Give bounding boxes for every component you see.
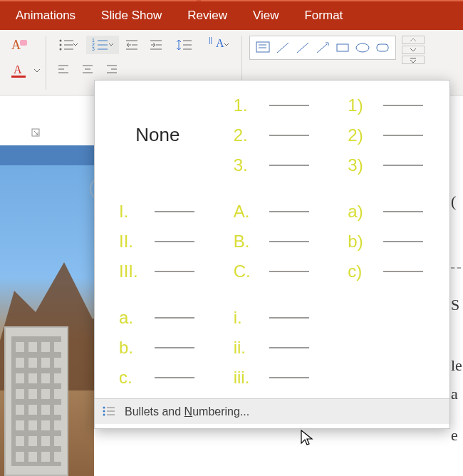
- line-icon[interactable]: [294, 39, 311, 56]
- rectangle-icon[interactable]: [334, 39, 351, 56]
- svg-point-3: [60, 40, 62, 42]
- svg-point-7: [60, 48, 62, 51]
- shapes-scroll-down[interactable]: [402, 46, 425, 54]
- svg-point-50: [103, 413, 105, 415]
- decrease-indent-button[interactable]: [120, 36, 143, 54]
- svg-line-40: [317, 44, 327, 53]
- shapes-more[interactable]: [402, 56, 425, 64]
- numbering-option-empty: [329, 298, 444, 398]
- numbering-dropdown[interactable]: 1 2 3: [86, 36, 119, 54]
- text-direction-button[interactable]: ||A: [203, 36, 236, 54]
- mouse-cursor-icon: [299, 429, 315, 447]
- svg-point-42: [356, 43, 369, 52]
- clear-formatting-button[interactable]: A: [7, 36, 30, 54]
- font-dialog-launcher[interactable]: [31, 128, 43, 140]
- rounded-rect-icon[interactable]: [374, 39, 391, 56]
- svg-text:A: A: [14, 63, 22, 75]
- bullets-and-numbering-button[interactable]: Bullets and Numbering...: [95, 398, 449, 424]
- svg-line-39: [297, 43, 308, 53]
- line-spacing-button[interactable]: [169, 36, 202, 54]
- slide-thumbnail[interactable]: [0, 145, 94, 476]
- tab-slide-show[interactable]: Slide Show: [88, 9, 175, 23]
- bullets-dropdown[interactable]: [52, 36, 85, 54]
- numbering-option-none[interactable]: None: [100, 85, 215, 185]
- svg-text:A: A: [216, 37, 224, 49]
- numbering-option-upper-alpha[interactable]: A. B. C.: [215, 191, 330, 291]
- numbering-option-upper-roman[interactable]: I. II. III.: [100, 191, 215, 291]
- numbering-option-lower-roman[interactable]: i. ii. iii.: [215, 298, 330, 398]
- svg-rect-43: [377, 44, 388, 51]
- align-left-button[interactable]: [52, 60, 75, 78]
- none-label: None: [135, 124, 180, 146]
- shapes-scroll-up[interactable]: [402, 36, 425, 44]
- background-document-text: ( S le a e: [451, 192, 462, 455]
- tab-format[interactable]: Format: [291, 9, 355, 23]
- bullets-numbering-icon: [102, 405, 116, 419]
- align-center-button[interactable]: [76, 60, 99, 78]
- numbering-option-lower-alpha-period[interactable]: a. b. c.: [100, 298, 215, 398]
- svg-rect-1: [20, 40, 27, 46]
- numbering-option-arabic-period[interactable]: 1. 2. 3.: [215, 85, 330, 185]
- svg-rect-35: [256, 42, 269, 52]
- svg-line-38: [277, 43, 288, 53]
- svg-text:3: 3: [92, 46, 95, 51]
- svg-text:A: A: [11, 38, 21, 52]
- svg-text:||: ||: [209, 37, 212, 44]
- tab-animations[interactable]: Animations: [3, 9, 88, 23]
- increase-indent-button[interactable]: [145, 36, 167, 54]
- numbering-option-arabic-paren[interactable]: 1) 2) 3): [329, 85, 444, 185]
- font-color-button[interactable]: A: [7, 61, 30, 80]
- numbering-option-lower-alpha-paren[interactable]: a) b) c): [329, 191, 444, 291]
- oval-icon[interactable]: [354, 39, 371, 56]
- svg-rect-41: [337, 44, 348, 51]
- shapes-gallery[interactable]: [249, 36, 396, 60]
- svg-point-48: [103, 410, 105, 412]
- numbering-gallery: None 1. 2. 3. 1) 2) 3) I. II. III. A. B.…: [94, 80, 450, 429]
- svg-point-46: [103, 406, 105, 408]
- line-arrow-icon[interactable]: [314, 39, 331, 56]
- align-right-button[interactable]: [100, 60, 123, 78]
- svg-point-5: [60, 44, 62, 46]
- bullets-and-numbering-label: Bullets and Numbering...: [125, 405, 249, 418]
- font-color-dropdown[interactable]: [33, 61, 41, 80]
- line-diag-icon[interactable]: [274, 39, 291, 56]
- text-box-icon[interactable]: [254, 39, 271, 56]
